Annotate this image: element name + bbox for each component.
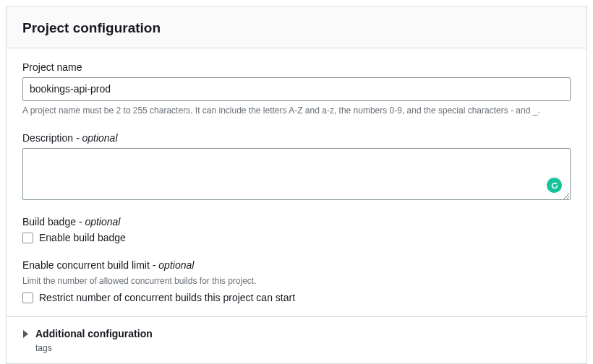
panel-title: Project configuration <box>22 20 571 38</box>
concurrent-limit-optional: - optional <box>153 259 195 271</box>
concurrent-limit-help: Limit the number of allowed concurrent b… <box>22 275 571 287</box>
project-name-label: Project name <box>22 61 571 73</box>
caret-right-icon <box>22 330 29 338</box>
enable-build-badge-checkbox[interactable] <box>22 233 33 243</box>
concurrent-limit-label-text: Enable concurrent build limit <box>22 259 150 271</box>
concurrent-limit-checkbox-row: Restrict number of concurrent builds thi… <box>22 292 571 303</box>
enable-build-badge-checkbox-label[interactable]: Enable build badge <box>39 232 126 243</box>
build-badge-checkbox-row: Enable build badge <box>22 232 571 243</box>
project-name-group: Project name A project name must be 2 to… <box>22 61 571 117</box>
build-badge-optional: - optional <box>79 216 121 228</box>
project-configuration-panel: Project configuration Project name A pro… <box>6 6 587 364</box>
additional-configuration-expander[interactable]: Additional configuration tags <box>7 316 586 363</box>
description-label-text: Description <box>22 132 73 144</box>
expander-subtitle: tags <box>35 343 153 353</box>
restrict-concurrent-builds-checkbox[interactable] <box>22 292 33 303</box>
project-name-help: A project name must be 2 to 255 characte… <box>22 105 571 117</box>
description-textarea[interactable] <box>22 148 571 200</box>
project-name-input[interactable] <box>22 77 571 101</box>
description-group: Description - optional <box>22 132 571 200</box>
expander-text: Additional configuration tags <box>35 327 153 353</box>
restrict-concurrent-builds-checkbox-label[interactable]: Restrict number of concurrent builds thi… <box>39 292 295 303</box>
concurrent-limit-label: Enable concurrent build limit - optional <box>22 259 571 271</box>
panel-header: Project configuration <box>7 6 586 48</box>
expander-title: Additional configuration <box>35 328 153 339</box>
build-badge-group: Build badge - optional Enable build badg… <box>22 216 571 243</box>
concurrent-limit-group: Enable concurrent build limit - optional… <box>22 259 571 303</box>
build-badge-label-text: Build badge <box>22 216 76 228</box>
description-label: Description - optional <box>22 132 571 144</box>
expander-head[interactable]: Additional configuration tags <box>22 327 571 353</box>
description-textarea-wrap <box>22 148 571 200</box>
panel-body: Project name A project name must be 2 to… <box>7 48 586 317</box>
build-badge-label: Build badge - optional <box>22 216 571 228</box>
description-optional: - optional <box>76 132 118 144</box>
